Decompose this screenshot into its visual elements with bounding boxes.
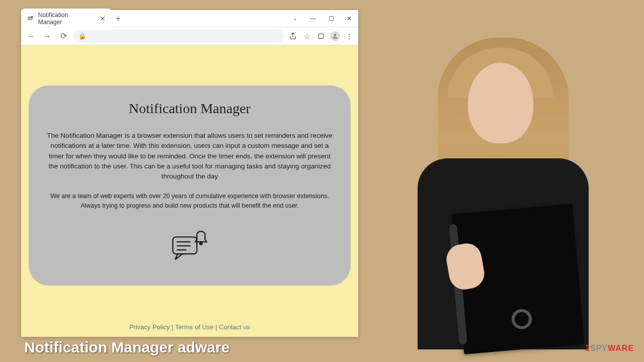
privacy-link[interactable]: Privacy Policy xyxy=(129,323,170,331)
window-chevron-button[interactable]: ⌄ xyxy=(286,12,304,26)
browser-window: Notification Manager ✕ + ⌄ — ☐ ✕ ← → ⟳ 🔒… xyxy=(21,10,358,337)
watermark-suffix: WARE xyxy=(608,344,634,352)
page-content: Notification Manager The Notification Ma… xyxy=(21,45,358,337)
page-description: The Notification Manager is a browser ex… xyxy=(44,131,336,182)
window-minimize-button[interactable]: — xyxy=(304,12,322,26)
tab-favicon-icon xyxy=(27,15,34,22)
extensions-icon[interactable] xyxy=(316,31,326,41)
nav-back-button[interactable]: ← xyxy=(25,30,37,42)
tab-close-icon[interactable]: ✕ xyxy=(100,15,106,23)
svg-point-8 xyxy=(200,242,202,245)
browser-toolbar: ← → ⟳ 🔒 ☆ ⋮ xyxy=(21,27,358,45)
window-maximize-button[interactable]: ☐ xyxy=(322,12,340,26)
browser-tab[interactable]: Notification Manager ✕ xyxy=(21,9,112,29)
person-illustration xyxy=(392,28,614,349)
titlebar: Notification Manager ✕ + ⌄ — ☐ ✕ xyxy=(21,10,358,27)
footer-links: Privacy Policy | Terms of Use | Contact … xyxy=(21,323,358,331)
page-heading: Notification Manager xyxy=(44,101,336,117)
new-tab-button[interactable]: + xyxy=(116,14,120,23)
profile-avatar-icon[interactable] xyxy=(330,31,340,41)
share-icon[interactable] xyxy=(288,31,298,41)
footer-separator: | xyxy=(170,323,175,331)
menu-dots-icon[interactable]: ⋮ xyxy=(344,31,354,41)
svg-point-3 xyxy=(334,34,337,36)
svg-rect-2 xyxy=(318,34,323,38)
watermark-mid: SPY xyxy=(590,344,608,352)
watermark-prefix: 2 xyxy=(585,344,590,352)
window-controls: ⌄ — ☐ ✕ xyxy=(286,12,358,26)
image-caption: Notification Manager adware xyxy=(24,339,229,356)
nav-forward-button[interactable]: → xyxy=(41,30,53,42)
address-bar[interactable]: 🔒 xyxy=(73,30,284,43)
footer-separator: | xyxy=(214,323,219,331)
content-card: Notification Manager The Notification Ma… xyxy=(29,85,351,286)
lock-icon: 🔒 xyxy=(78,33,86,40)
contact-link[interactable]: Contact us xyxy=(219,323,250,331)
nav-reload-button[interactable]: ⟳ xyxy=(57,30,69,42)
bookmark-star-icon[interactable]: ☆ xyxy=(302,31,312,41)
terms-link[interactable]: Terms of Use xyxy=(175,323,214,331)
toolbar-right: ☆ ⋮ xyxy=(288,31,354,41)
tab-title: Notification Manager xyxy=(38,12,93,26)
binder-ring xyxy=(511,308,532,330)
notification-bell-chat-icon xyxy=(170,228,210,263)
watermark: 2SPYWARE xyxy=(585,344,634,353)
person-head xyxy=(468,63,533,143)
window-close-button[interactable]: ✕ xyxy=(340,12,358,26)
team-text: We are a team of web experts with over 2… xyxy=(44,192,336,211)
